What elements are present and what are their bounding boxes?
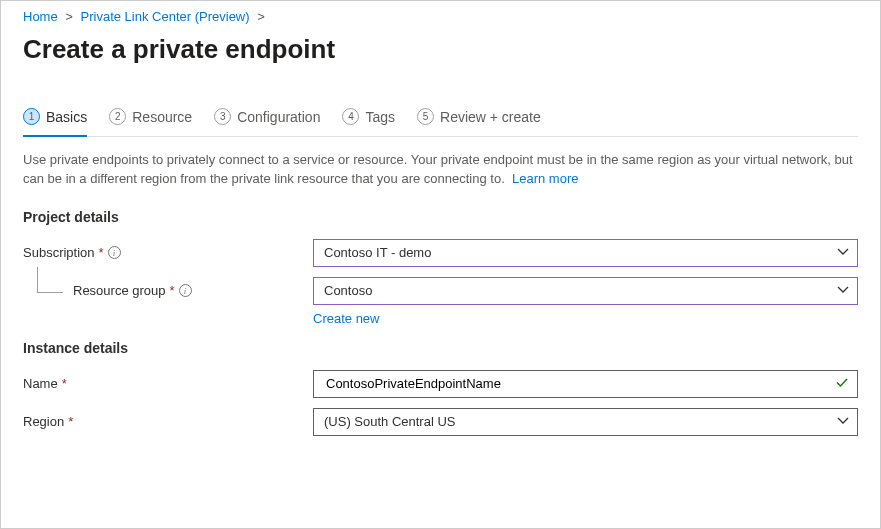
label-text: Region xyxy=(23,414,64,429)
required-asterisk: * xyxy=(62,376,67,391)
info-icon[interactable]: i xyxy=(108,246,121,259)
chevron-down-icon xyxy=(837,414,849,429)
subscription-dropdown[interactable]: Contoso IT - demo xyxy=(313,239,858,267)
tab-label: Basics xyxy=(46,109,87,125)
chevron-down-icon xyxy=(837,245,849,260)
tab-resource[interactable]: 2 Resource xyxy=(109,108,192,137)
subscription-value: Contoso IT - demo xyxy=(324,245,431,260)
resource-group-value: Contoso xyxy=(324,283,372,298)
chevron-right-icon: > xyxy=(65,9,73,24)
tree-elbow-icon xyxy=(37,267,63,293)
step-badge: 3 xyxy=(214,108,231,125)
resource-group-label: Resource group * i xyxy=(23,283,313,298)
step-badge: 1 xyxy=(23,108,40,125)
page-title: Create a private endpoint xyxy=(23,34,858,65)
region-value: (US) South Central US xyxy=(324,414,456,429)
step-badge: 5 xyxy=(417,108,434,125)
subscription-label: Subscription * i xyxy=(23,245,313,260)
tab-label: Tags xyxy=(365,109,395,125)
learn-more-link[interactable]: Learn more xyxy=(512,171,578,186)
name-input[interactable] xyxy=(324,375,829,392)
label-text: Subscription xyxy=(23,245,95,260)
chevron-down-icon xyxy=(837,283,849,298)
tab-label: Review + create xyxy=(440,109,541,125)
region-dropdown[interactable]: (US) South Central US xyxy=(313,408,858,436)
checkmark-icon xyxy=(835,375,849,392)
breadcrumb-private-link-center[interactable]: Private Link Center (Preview) xyxy=(81,9,250,24)
name-input-wrapper xyxy=(313,370,858,398)
tab-label: Resource xyxy=(132,109,192,125)
chevron-right-icon: > xyxy=(257,9,265,24)
step-badge: 2 xyxy=(109,108,126,125)
resource-group-dropdown[interactable]: Contoso xyxy=(313,277,858,305)
label-text: Resource group xyxy=(73,283,166,298)
tab-description: Use private endpoints to privately conne… xyxy=(23,151,858,189)
required-asterisk: * xyxy=(68,414,73,429)
tab-label: Configuration xyxy=(237,109,320,125)
label-text: Name xyxy=(23,376,58,391)
tab-tags[interactable]: 4 Tags xyxy=(342,108,395,137)
info-icon[interactable]: i xyxy=(179,284,192,297)
section-instance-details: Instance details xyxy=(23,340,858,356)
tab-strip: 1 Basics 2 Resource 3 Configuration 4 Ta… xyxy=(23,107,858,137)
step-badge: 4 xyxy=(342,108,359,125)
tab-review-create[interactable]: 5 Review + create xyxy=(417,108,541,137)
create-new-link[interactable]: Create new xyxy=(313,311,379,326)
required-asterisk: * xyxy=(170,283,175,298)
description-text: Use private endpoints to privately conne… xyxy=(23,152,853,186)
breadcrumb: Home > Private Link Center (Preview) > xyxy=(23,9,858,24)
name-label: Name * xyxy=(23,376,313,391)
tab-basics[interactable]: 1 Basics xyxy=(23,108,87,137)
required-asterisk: * xyxy=(99,245,104,260)
region-label: Region * xyxy=(23,414,313,429)
breadcrumb-home[interactable]: Home xyxy=(23,9,58,24)
tab-configuration[interactable]: 3 Configuration xyxy=(214,108,320,137)
section-project-details: Project details xyxy=(23,209,858,225)
